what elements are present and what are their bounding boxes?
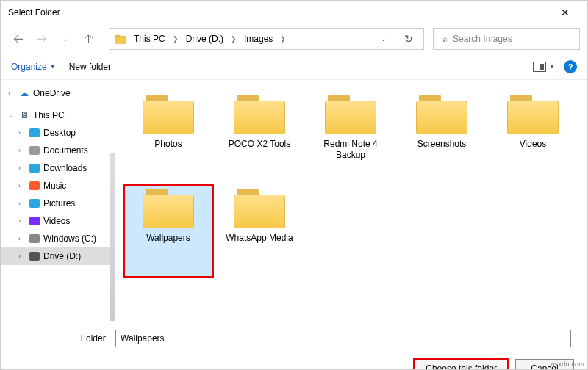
toolbar: Organize ▼ New folder ▼ ? xyxy=(1,54,587,80)
folder-icon xyxy=(143,189,194,228)
folder-label: WhatsApp Media xyxy=(226,233,293,244)
search-input[interactable]: Search Images ⌕ xyxy=(433,28,580,50)
breadcrumb-root[interactable]: This PC xyxy=(131,32,168,46)
folder-label: POCO X2 Tools xyxy=(229,139,290,150)
folder-item[interactable]: Photos xyxy=(123,90,214,184)
chevron-down-icon: ▼ xyxy=(50,63,56,70)
address-bar[interactable]: This PC ❯ Drive (D:) ❯ Images ❯ ⌄ ↻ xyxy=(110,28,424,50)
scrollbar[interactable] xyxy=(110,153,115,321)
tree-item[interactable]: ›Desktop xyxy=(1,124,115,142)
folder-label: Screenshots xyxy=(417,139,467,150)
drive-icon xyxy=(29,163,40,173)
watermark: wsxdn.com xyxy=(550,360,584,368)
chevron-right-icon: ❯ xyxy=(231,35,237,43)
tree-thispc[interactable]: ⌄ 🖥 This PC xyxy=(1,106,115,124)
tree-item-label: Pictures xyxy=(43,198,75,208)
drive-icon xyxy=(29,216,40,226)
folder-item[interactable]: Videos xyxy=(487,90,578,184)
up-button[interactable]: 🡡 xyxy=(79,29,99,49)
chevron-right-icon: ❯ xyxy=(280,35,286,43)
tree-item-label: Desktop xyxy=(43,128,76,138)
folder-label: Videos xyxy=(520,139,546,150)
folder-label: Redmi Note 4 Backup xyxy=(309,139,392,161)
tree-item-label: Videos xyxy=(43,216,70,226)
folder-label: Photos xyxy=(154,139,182,150)
drive-icon xyxy=(29,251,40,261)
folder-icon xyxy=(234,189,285,228)
tree-item[interactable]: ›Music xyxy=(1,177,115,195)
breadcrumb-folder[interactable]: Images xyxy=(241,32,276,46)
address-dropdown[interactable]: ⌄ xyxy=(373,29,394,49)
tree-item[interactable]: ›Downloads xyxy=(1,159,115,177)
folder-label: Wallpapers xyxy=(146,233,190,244)
search-icon: ⌕ xyxy=(442,34,448,44)
folder-item[interactable]: WhatsApp Media xyxy=(214,184,305,278)
tree-item[interactable]: ›Documents xyxy=(1,142,115,159)
drive-icon xyxy=(29,128,40,138)
tree-item[interactable]: ›Drive (D:) xyxy=(1,247,115,265)
chevron-right-icon: › xyxy=(18,235,26,242)
chevron-right-icon: › xyxy=(8,90,15,97)
tree-item-label: Windows (C:) xyxy=(43,233,96,244)
window-title: Select Folder xyxy=(8,7,551,18)
new-folder-button[interactable]: New folder xyxy=(69,62,111,72)
folder-icon xyxy=(507,95,559,134)
folder-grid: PhotosPOCO X2 ToolsRedmi Note 4 BackupSc… xyxy=(115,80,587,321)
chevron-right-icon: ❯ xyxy=(173,35,179,43)
refresh-button[interactable]: ↻ xyxy=(398,29,419,49)
folder-name-input[interactable] xyxy=(115,330,571,347)
folder-item[interactable]: Screenshots xyxy=(396,90,487,184)
bottom-panel: Folder: Choose this folder Cancel xyxy=(1,321,587,370)
tree-item-label: Music xyxy=(43,181,66,191)
choose-folder-button[interactable]: Choose this folder xyxy=(415,359,508,370)
chevron-right-icon: › xyxy=(18,217,26,225)
view-icon xyxy=(533,62,546,72)
folder-icon xyxy=(143,95,194,134)
help-button[interactable]: ? xyxy=(564,60,577,73)
breadcrumb-drive[interactable]: Drive (D:) xyxy=(183,32,226,46)
folder-icon xyxy=(325,95,376,134)
tree-item[interactable]: ›Windows (C:) xyxy=(1,230,115,247)
drive-icon xyxy=(29,145,40,156)
drive-icon xyxy=(29,181,40,191)
drive-icon xyxy=(29,233,40,244)
drive-icon xyxy=(29,198,40,208)
svg-rect-1 xyxy=(115,35,120,37)
organize-button[interactable]: Organize ▼ xyxy=(11,62,56,72)
navbar: 🡠 🡢 ⌄ 🡡 This PC ❯ Drive (D:) ❯ Images ❯ … xyxy=(1,24,587,54)
recent-dropdown[interactable]: ⌄ xyxy=(55,29,76,49)
cloud-icon: ☁ xyxy=(18,88,30,98)
titlebar: Select Folder ✕ xyxy=(1,1,587,24)
chevron-down-icon: ▼ xyxy=(549,63,555,70)
forward-button[interactable]: 🡢 xyxy=(32,29,52,49)
tree-item-label: Documents xyxy=(43,145,88,156)
chevron-down-icon: ⌄ xyxy=(8,112,15,119)
folder-item[interactable]: POCO X2 Tools xyxy=(214,90,305,184)
tree-item[interactable]: ›Pictures xyxy=(1,195,115,212)
folder-icon xyxy=(416,95,467,134)
chevron-right-icon: › xyxy=(18,200,26,207)
folder-item[interactable]: Redmi Note 4 Backup xyxy=(305,90,396,184)
chevron-right-icon: › xyxy=(18,147,26,154)
main-area: › ☁ OneDrive ⌄ 🖥 This PC ›Desktop›Docume… xyxy=(1,80,587,321)
close-button[interactable]: ✕ xyxy=(551,7,580,18)
tree-item-label: Downloads xyxy=(43,163,87,173)
nav-tree: › ☁ OneDrive ⌄ 🖥 This PC ›Desktop›Docume… xyxy=(1,80,115,321)
chevron-right-icon: › xyxy=(18,182,26,189)
folder-item[interactable]: Wallpapers xyxy=(123,184,214,278)
tree-onedrive[interactable]: › ☁ OneDrive xyxy=(1,84,115,102)
pc-icon: 🖥 xyxy=(18,110,30,120)
view-toggle[interactable]: ▼ xyxy=(533,62,555,72)
tree-item[interactable]: ›Videos xyxy=(1,212,115,230)
chevron-right-icon: › xyxy=(18,129,26,137)
folder-label: Folder: xyxy=(12,333,108,344)
back-button[interactable]: 🡠 xyxy=(8,29,29,49)
tree-item-label: Drive (D:) xyxy=(43,251,81,261)
folder-icon xyxy=(115,34,126,44)
search-placeholder: Search Images xyxy=(440,34,512,44)
folder-icon xyxy=(234,95,285,134)
chevron-right-icon: › xyxy=(18,164,26,172)
chevron-right-icon: › xyxy=(18,253,26,260)
